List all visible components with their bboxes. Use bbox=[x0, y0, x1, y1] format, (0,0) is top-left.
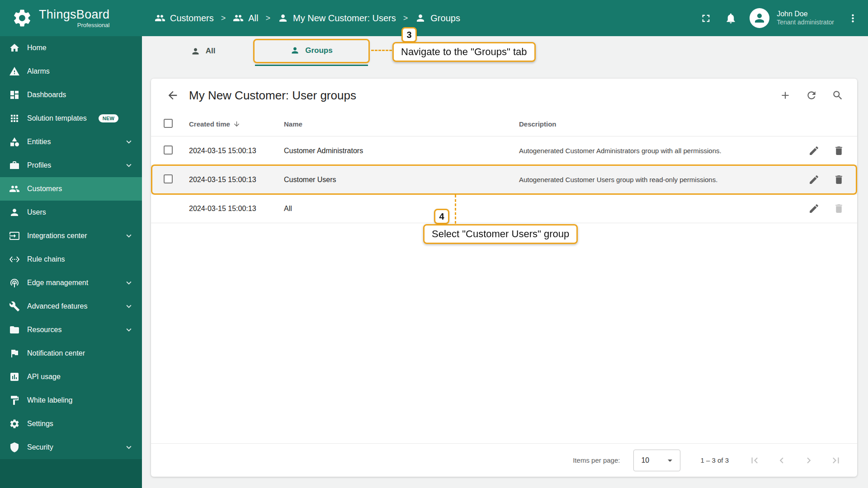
sort-desc-icon bbox=[233, 120, 241, 128]
sidebar-item-white-labeling[interactable]: White labeling bbox=[0, 389, 142, 412]
chevron-down-icon bbox=[124, 301, 134, 311]
wifi-tethering-icon bbox=[9, 277, 20, 288]
sidebar-item-edge-management[interactable]: Edge management bbox=[0, 271, 142, 295]
sidebar-item-security[interactable]: Security bbox=[0, 436, 142, 459]
avatar[interactable] bbox=[750, 8, 769, 28]
tab-groups[interactable]: Groups bbox=[255, 36, 368, 66]
chevron-down-icon bbox=[124, 442, 134, 452]
briefcase-icon bbox=[9, 160, 20, 171]
sidebar-item-alarms[interactable]: Alarms bbox=[0, 60, 142, 83]
category-icon bbox=[9, 136, 20, 147]
new-badge: NEW bbox=[99, 114, 119, 122]
ethernet-icon bbox=[9, 254, 20, 265]
people-icon bbox=[9, 183, 20, 194]
table-row-customer-users[interactable]: 2024-03-15 15:00:13 Customer Users Autog… bbox=[151, 165, 857, 194]
breadcrumb-customers[interactable]: Customers bbox=[155, 13, 214, 23]
previous-page-button[interactable] bbox=[776, 455, 788, 466]
sidebar-item-dashboards[interactable]: Dashboards bbox=[0, 83, 142, 107]
edit-button[interactable] bbox=[808, 203, 820, 214]
arrow-left-icon bbox=[166, 89, 179, 102]
sidebar-item-users[interactable]: Users bbox=[0, 201, 142, 224]
items-per-page-label: Items per page: bbox=[573, 456, 620, 464]
person-icon bbox=[415, 13, 426, 23]
table-row[interactable]: 2024-03-15 15:00:13 Customer Administrat… bbox=[151, 136, 857, 165]
tab-all[interactable]: All bbox=[165, 36, 241, 66]
sidebar-item-notification-center[interactable]: Notification center bbox=[0, 342, 142, 365]
delete-button-disabled bbox=[833, 203, 844, 214]
edit-button[interactable] bbox=[808, 145, 820, 156]
fullscreen-button[interactable] bbox=[700, 12, 712, 24]
sidebar-item-rule-chains[interactable]: Rule chains bbox=[0, 248, 142, 271]
home-icon bbox=[9, 42, 20, 53]
refresh-button[interactable] bbox=[806, 89, 817, 101]
brand-name: ThingsBoard bbox=[39, 9, 109, 21]
delete-button[interactable] bbox=[833, 174, 844, 185]
fullscreen-icon bbox=[700, 12, 712, 24]
sidebar-footer bbox=[0, 459, 142, 488]
breadcrumb: Customers > All > My New Customer: Users… bbox=[155, 13, 460, 23]
first-page-button[interactable] bbox=[749, 455, 760, 466]
thingsboard-logo-icon bbox=[12, 8, 33, 28]
breadcrumb-groups[interactable]: Groups bbox=[415, 13, 460, 23]
thingsboard-logo[interactable]: ThingsBoard Professional bbox=[0, 8, 142, 28]
bar-chart-icon bbox=[9, 371, 20, 382]
sidebar-item-profiles[interactable]: Profiles bbox=[0, 154, 142, 177]
row-checkbox[interactable] bbox=[164, 174, 173, 183]
breadcrumb-separator: > bbox=[403, 14, 408, 23]
sidebar-item-integrations-center[interactable]: Integrations center bbox=[0, 224, 142, 248]
sidebar-item-solution-templates[interactable]: Solution templates NEW bbox=[0, 107, 142, 130]
delete-button[interactable] bbox=[833, 145, 844, 156]
brand-edition: Professional bbox=[77, 22, 110, 28]
panel-header: My New Customer: User groups bbox=[151, 79, 857, 112]
chevron-down-icon bbox=[124, 325, 134, 335]
user-info: John Doe Tenant administrator bbox=[777, 9, 834, 27]
column-name[interactable]: Name bbox=[284, 120, 519, 128]
table-row[interactable]: 2024-03-15 15:00:13 All bbox=[151, 194, 857, 223]
next-page-button[interactable] bbox=[803, 455, 815, 466]
row-checkbox[interactable] bbox=[164, 145, 173, 155]
shield-icon bbox=[9, 442, 20, 453]
person-icon bbox=[278, 13, 288, 23]
wrench-icon bbox=[9, 301, 20, 312]
sidebar-item-api-usage[interactable]: API usage bbox=[0, 365, 142, 389]
sidebar-item-entities[interactable]: Entities bbox=[0, 130, 142, 154]
dashboard-icon bbox=[9, 89, 20, 100]
people-icon bbox=[233, 13, 244, 23]
pagination-bar: Items per page: 10 1 – 3 of 3 bbox=[151, 443, 857, 477]
apps-icon bbox=[9, 113, 20, 124]
main-content: All Groups My New Customer: User groups … bbox=[142, 36, 868, 488]
sidebar-item-settings[interactable]: Settings bbox=[0, 412, 142, 436]
last-page-button[interactable] bbox=[830, 455, 842, 466]
column-description[interactable]: Description bbox=[519, 120, 777, 128]
sidebar-item-advanced-features[interactable]: Advanced features bbox=[0, 295, 142, 318]
notifications-button[interactable] bbox=[725, 12, 737, 24]
drop-down-icon bbox=[665, 455, 675, 466]
sidebar-item-resources[interactable]: Resources bbox=[0, 318, 142, 342]
chevron-down-icon bbox=[124, 278, 134, 288]
person-icon bbox=[9, 207, 20, 218]
more-vert-icon bbox=[847, 12, 859, 24]
app-header: ThingsBoard Professional Customers > All… bbox=[0, 0, 868, 36]
pagination-range: 1 – 3 of 3 bbox=[700, 456, 729, 464]
back-button[interactable] bbox=[166, 89, 179, 102]
column-created-time[interactable]: Created time bbox=[189, 120, 284, 128]
search-button[interactable] bbox=[832, 89, 844, 101]
add-group-button[interactable] bbox=[779, 89, 791, 101]
user-role: Tenant administrator bbox=[777, 19, 834, 27]
edit-button[interactable] bbox=[808, 174, 820, 185]
bell-icon bbox=[725, 12, 737, 24]
warning-icon bbox=[9, 66, 20, 77]
select-all-checkbox[interactable] bbox=[164, 119, 173, 128]
items-per-page-select[interactable]: 10 bbox=[633, 450, 680, 471]
chevron-down-icon bbox=[124, 137, 134, 147]
table-header-row: Created time Name Description bbox=[151, 112, 857, 136]
sidebar-item-home[interactable]: Home bbox=[0, 36, 142, 60]
panel-title: My New Customer: User groups bbox=[189, 89, 356, 103]
people-icon bbox=[155, 13, 165, 23]
person-icon bbox=[753, 11, 766, 25]
sidebar-item-customers[interactable]: Customers bbox=[0, 177, 142, 201]
breadcrumb-separator: > bbox=[221, 14, 226, 23]
user-menu-button[interactable] bbox=[847, 12, 859, 24]
breadcrumb-customer-users[interactable]: My New Customer: Users bbox=[278, 13, 396, 23]
breadcrumb-all[interactable]: All bbox=[233, 13, 258, 23]
